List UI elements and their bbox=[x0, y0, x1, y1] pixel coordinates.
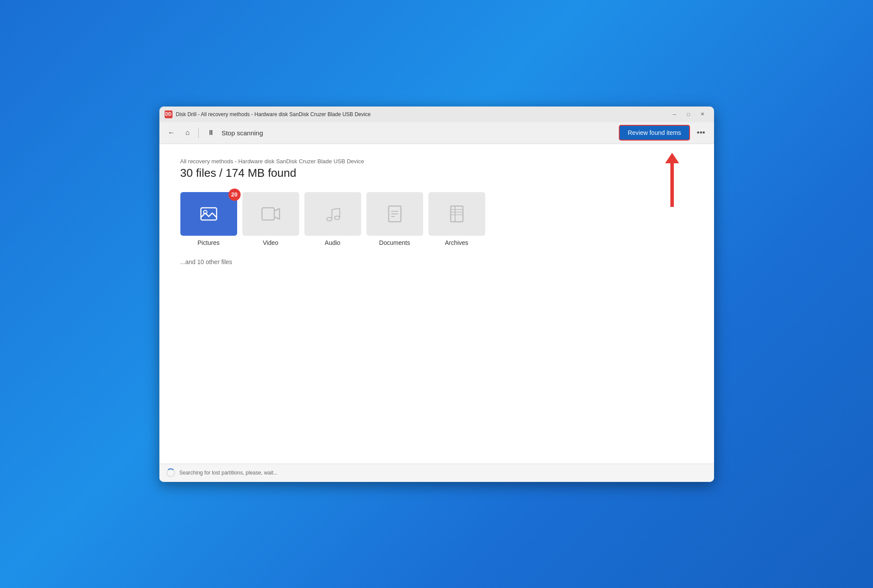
pause-button[interactable]: ⏸ bbox=[204, 126, 218, 139]
video-icon bbox=[260, 203, 281, 224]
app-icon: DD bbox=[165, 110, 173, 118]
svg-rect-2 bbox=[262, 208, 274, 220]
archives-icon bbox=[446, 203, 467, 224]
app-window: DD Disk Drill - All recovery methods - H… bbox=[159, 107, 714, 482]
toolbar: ← ⌂ ⏸ Stop scanning Review found items •… bbox=[159, 122, 714, 144]
window-title: Disk Drill - All recovery methods - Hard… bbox=[176, 111, 665, 117]
video-icon-wrap bbox=[242, 192, 299, 236]
home-button[interactable]: ⌂ bbox=[182, 126, 193, 139]
minimize-button[interactable]: ─ bbox=[669, 110, 681, 119]
red-arrow-annotation bbox=[665, 153, 679, 207]
category-video[interactable]: Video bbox=[242, 192, 299, 246]
archives-icon-wrap bbox=[428, 192, 485, 236]
scan-subtitle: All recovery methods - Hardware disk San… bbox=[180, 158, 693, 165]
archives-label: Archives bbox=[445, 239, 469, 246]
status-bar: Searching for lost partitions, please, w… bbox=[159, 464, 714, 482]
status-text: Searching for lost partitions, please, w… bbox=[179, 470, 278, 476]
close-button[interactable]: ✕ bbox=[697, 110, 709, 119]
pause-icon: ⏸ bbox=[207, 129, 214, 137]
pictures-badge: 20 bbox=[228, 189, 241, 201]
maximize-button[interactable]: □ bbox=[683, 110, 695, 119]
window-controls: ─ □ ✕ bbox=[669, 110, 709, 119]
files-found-title: 30 files / 174 MB found bbox=[180, 166, 693, 180]
back-icon: ← bbox=[168, 129, 175, 137]
loading-spinner bbox=[166, 468, 175, 477]
file-categories: 20 Pictures Video bbox=[180, 192, 693, 246]
arrow-head bbox=[665, 153, 679, 163]
pictures-icon bbox=[198, 203, 219, 224]
toolbar-divider bbox=[198, 127, 199, 138]
pictures-icon-wrap: 20 bbox=[180, 192, 237, 236]
other-files-label: ...and 10 other files bbox=[180, 258, 693, 265]
video-label: Video bbox=[263, 239, 279, 246]
svg-point-3 bbox=[327, 217, 332, 221]
category-pictures[interactable]: 20 Pictures bbox=[180, 192, 237, 246]
svg-rect-0 bbox=[201, 208, 217, 220]
audio-icon-wrap bbox=[304, 192, 361, 236]
category-audio[interactable]: Audio bbox=[304, 192, 361, 246]
arrow-line bbox=[670, 163, 674, 207]
back-button[interactable]: ← bbox=[165, 126, 179, 139]
main-content: All recovery methods - Hardware disk San… bbox=[159, 144, 714, 464]
scan-status-label: Stop scanning bbox=[221, 129, 263, 137]
category-documents[interactable]: Documents bbox=[366, 192, 423, 246]
home-icon: ⌂ bbox=[186, 129, 190, 137]
pictures-label: Pictures bbox=[197, 239, 220, 246]
title-bar: DD Disk Drill - All recovery methods - H… bbox=[159, 107, 714, 122]
documents-icon-wrap bbox=[366, 192, 423, 236]
svg-point-4 bbox=[335, 216, 340, 220]
toolbar-right: Review found items ••• bbox=[619, 125, 708, 141]
review-found-items-button[interactable]: Review found items bbox=[619, 125, 690, 141]
audio-label: Audio bbox=[325, 239, 341, 246]
documents-label: Documents bbox=[379, 239, 410, 246]
svg-rect-12 bbox=[451, 206, 463, 222]
svg-line-7 bbox=[332, 208, 340, 210]
more-options-button[interactable]: ••• bbox=[694, 127, 709, 139]
audio-icon bbox=[322, 203, 343, 224]
documents-icon bbox=[384, 203, 405, 224]
category-archives[interactable]: Archives bbox=[428, 192, 485, 246]
